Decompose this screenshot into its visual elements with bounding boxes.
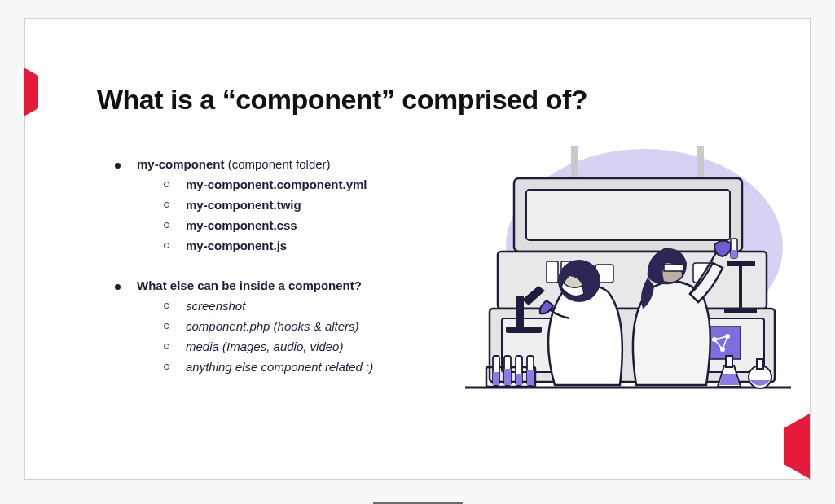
svg-rect-38: [527, 370, 534, 385]
svg-rect-36: [516, 374, 522, 385]
bullet-1-text: my-component (component folder): [137, 157, 331, 171]
svg-rect-39: [726, 356, 732, 367]
sub-text: media (Images, audio, video): [186, 340, 343, 353]
bullet-1: my-component (component folder): [115, 157, 373, 171]
svg-rect-6: [498, 252, 767, 309]
sub-item: my-component.twig: [164, 198, 373, 212]
svg-rect-21: [516, 296, 524, 328]
svg-rect-25: [731, 250, 737, 258]
circle-bullet-icon: [164, 202, 169, 208]
sub-item: component.php (hooks & alters): [164, 319, 373, 333]
sub-item: my-component.component.yml: [164, 177, 373, 191]
circle-bullet-icon: [164, 323, 169, 329]
bullet-section-2: What else can be inside a component? scr…: [115, 278, 373, 374]
circle-bullet-icon: [164, 182, 169, 187]
svg-marker-0: [24, 68, 38, 116]
sub-text: my-component.js: [186, 239, 287, 252]
bullet-1-bold: my-component: [137, 157, 225, 171]
sub-item: my-component.js: [164, 239, 373, 252]
circle-bullet-icon: [164, 364, 169, 370]
sub-text: anything else component related :): [186, 360, 373, 374]
accent-shape-bottom: [771, 414, 810, 479]
sub-item: media (Images, audio, video): [164, 340, 373, 353]
svg-rect-34: [504, 369, 511, 385]
bullet-section-1: my-component (component folder) my-compo…: [115, 157, 373, 252]
svg-rect-5: [526, 190, 730, 240]
slide: What is a “component” comprised of? my-c…: [24, 18, 811, 480]
svg-rect-3: [697, 146, 704, 178]
content-area: my-component (component folder) my-compo…: [115, 157, 373, 400]
sub-item: anything else component related :): [164, 360, 373, 374]
svg-rect-22: [506, 327, 542, 333]
sub-item: my-component.css: [164, 218, 373, 232]
svg-rect-32: [493, 372, 499, 385]
bullet-2-text: What else can be inside a component?: [137, 278, 362, 292]
sub-text: component.php (hooks & alters): [186, 319, 359, 333]
sub-item: screenshot: [164, 299, 373, 313]
svg-rect-41: [757, 359, 763, 369]
sub-list-2: screenshot component.php (hooks & alters…: [164, 299, 373, 374]
sub-list-1: my-component.component.yml my-component.…: [164, 177, 373, 252]
svg-rect-2: [571, 146, 578, 178]
svg-rect-28: [724, 309, 757, 313]
sub-text: screenshot: [186, 299, 245, 313]
sub-text: my-component.twig: [186, 198, 301, 212]
svg-marker-42: [784, 414, 810, 479]
circle-bullet-icon: [164, 222, 169, 228]
svg-rect-7: [547, 261, 558, 283]
bullet-dot-icon: [115, 163, 121, 169]
circle-bullet-icon: [164, 344, 169, 349]
bullet-2-bold: What else can be inside a component?: [137, 278, 362, 292]
circle-bullet-icon: [164, 303, 169, 309]
bullet-2: What else can be inside a component?: [115, 278, 373, 292]
svg-rect-27: [739, 261, 742, 310]
bullet-dot-icon: [115, 284, 121, 290]
lab-illustration: [457, 141, 799, 401]
accent-shape-top: [24, 68, 46, 116]
bullet-1-rest: (component folder): [225, 157, 331, 171]
sub-text: my-component.css: [186, 218, 297, 232]
slide-title: What is a “component” comprised of?: [97, 84, 587, 116]
sub-text: my-component.component.yml: [186, 177, 367, 191]
circle-bullet-icon: [164, 243, 169, 248]
